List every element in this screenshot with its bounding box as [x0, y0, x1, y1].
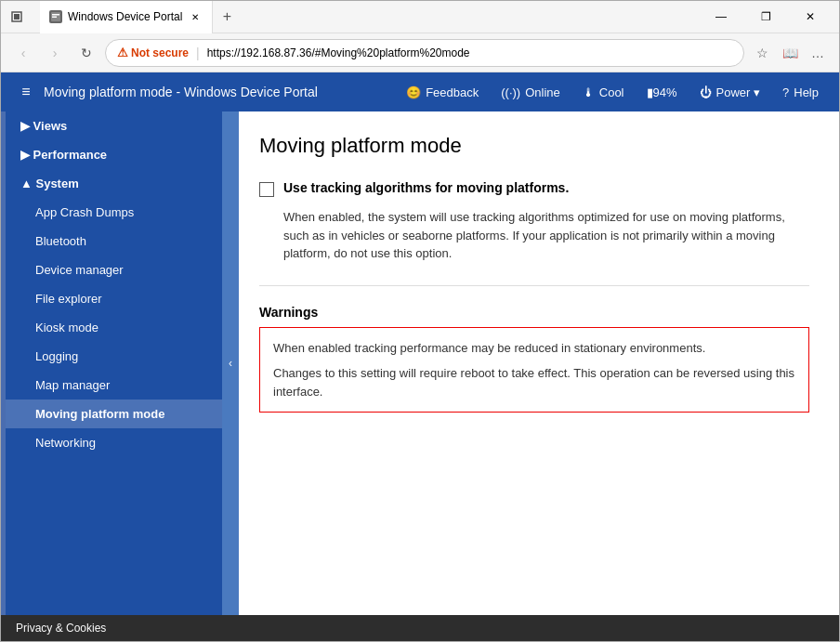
- warnings-section: Warnings When enabled tracking performan…: [259, 305, 809, 413]
- sidebar-section-views: ▶ Views: [6, 111, 222, 140]
- main-layout: ▶ Views ▶ Performance ▲ System App C: [1, 111, 839, 615]
- title-bar-left: Windows Device Portal ✕ +: [8, 1, 241, 33]
- warning-icon: ⚠: [117, 46, 128, 59]
- power-label: Power ▾: [716, 85, 760, 99]
- collapse-icon: ‹: [229, 357, 232, 370]
- sidebar-item-kiosk-mode[interactable]: Kiosk mode: [6, 313, 222, 342]
- content-divider: [259, 285, 809, 286]
- address-bar: ‹ › ↻ ⚠ Not secure | https://192.168.87.…: [1, 33, 839, 72]
- tracking-checkbox-row: Use tracking algorithms for moving platf…: [259, 180, 809, 197]
- minimize-button[interactable]: —: [700, 1, 742, 33]
- feedback-button[interactable]: 😊 Feedback: [397, 82, 488, 103]
- forward-button[interactable]: ›: [42, 40, 68, 66]
- tab-bar: Windows Device Portal ✕ +: [40, 1, 241, 33]
- title-bar-controls: — ❐ ✕: [700, 1, 832, 33]
- privacy-bar: Privacy & Cookies: [1, 615, 839, 641]
- tracking-checkbox[interactable]: [259, 182, 274, 197]
- sidebar-item-map-manager[interactable]: Map manager: [6, 371, 222, 400]
- restore-button[interactable]: ❐: [744, 1, 787, 33]
- wifi-icon: ((·)): [501, 85, 520, 99]
- feedback-label: Feedback: [426, 85, 479, 99]
- power-icon: ⏻: [700, 85, 712, 99]
- system-label: ▲ System: [20, 177, 79, 190]
- battery-label: ▮94%: [647, 85, 677, 99]
- warnings-title: Warnings: [259, 305, 809, 320]
- temp-status: 🌡 Cool: [573, 82, 634, 103]
- sidebar-collapse-button[interactable]: ‹: [222, 111, 239, 615]
- tracking-description: When enabled, the system will use tracki…: [283, 208, 809, 263]
- warning-text-2: Changes to this setting will require reb…: [273, 364, 795, 400]
- sidebar-item-logging[interactable]: Logging: [6, 342, 222, 371]
- address-url: https://192.168.87.36/#Moving%20platform…: [207, 46, 470, 59]
- sidebar-section-system: ▲ System App Crash Dumps Bluetooth Devic…: [6, 169, 222, 457]
- hamburger-menu[interactable]: ≡: [12, 78, 40, 106]
- online-label: Online: [525, 85, 560, 99]
- app-toolbar: ≡ Moving platform mode - Windows Device …: [1, 72, 839, 111]
- tab-favicon: [49, 10, 62, 23]
- sidebar-section-performance: ▶ Performance: [6, 140, 222, 169]
- temp-label: Cool: [599, 85, 624, 99]
- svg-rect-3: [52, 14, 59, 16]
- svg-rect-4: [52, 17, 57, 19]
- privacy-cookies-link[interactable]: Privacy & Cookies: [16, 622, 106, 635]
- help-button[interactable]: ? Help: [773, 82, 828, 103]
- power-button[interactable]: ⏻ Power ▾: [690, 82, 769, 103]
- not-secure-label: Not secure: [131, 46, 189, 59]
- address-divider: |: [196, 46, 200, 60]
- battery-status: ▮94%: [637, 82, 687, 103]
- browser-tab[interactable]: Windows Device Portal ✕: [40, 1, 213, 33]
- tracking-label: Use tracking algorithms for moving platf…: [283, 180, 569, 195]
- page-title: Moving platform mode: [259, 134, 809, 158]
- warnings-box: When enabled tracking performance may be…: [259, 327, 809, 413]
- sidebar-performance-header[interactable]: ▶ Performance: [6, 140, 222, 169]
- close-button[interactable]: ✕: [789, 1, 832, 33]
- reading-view-button[interactable]: 📖: [778, 41, 802, 65]
- feedback-icon: 😊: [406, 85, 421, 99]
- svg-rect-1: [14, 14, 20, 20]
- window-icon: [8, 8, 25, 25]
- new-tab-button[interactable]: +: [213, 3, 241, 31]
- not-secure-indicator: ⚠ Not secure: [117, 46, 189, 59]
- sidebar-item-app-crash-dumps[interactable]: App Crash Dumps: [6, 198, 222, 227]
- sidebar-item-device-manager[interactable]: Device manager: [6, 255, 222, 284]
- browser-menu-button[interactable]: …: [806, 41, 830, 65]
- performance-label: ▶ Performance: [20, 148, 107, 162]
- warning-text-1: When enabled tracking performance may be…: [273, 339, 795, 358]
- thermometer-icon: 🌡: [583, 85, 595, 99]
- sidebar-item-file-explorer[interactable]: File explorer: [6, 284, 222, 313]
- window-controls: [8, 8, 25, 25]
- help-label: Help: [794, 85, 819, 99]
- content-area: Moving platform mode Use tracking algori…: [230, 111, 839, 615]
- title-bar: Windows Device Portal ✕ + — ❐ ✕: [1, 1, 839, 33]
- sidebar-system-header[interactable]: ▲ System: [6, 169, 222, 198]
- address-right: ☆ 📖 …: [750, 41, 830, 65]
- help-icon: ?: [782, 85, 789, 99]
- sidebar: ▶ Views ▶ Performance ▲ System App C: [1, 111, 222, 615]
- tab-title: Windows Device Portal: [68, 10, 182, 23]
- online-status: ((·)) Online: [492, 82, 570, 103]
- favorites-button[interactable]: ☆: [750, 41, 774, 65]
- sidebar-item-moving-platform-mode[interactable]: Moving platform mode: [6, 400, 222, 428]
- sidebar-item-bluetooth[interactable]: Bluetooth: [6, 227, 222, 255]
- tab-close-btn[interactable]: ✕: [188, 9, 203, 24]
- refresh-button[interactable]: ↻: [73, 40, 99, 66]
- sidebar-views-header[interactable]: ▶ Views: [6, 111, 222, 140]
- sidebar-outer: ▶ Views ▶ Performance ▲ System App C: [1, 111, 222, 615]
- toolbar-title: Moving platform mode - Windows Device Po…: [44, 85, 382, 99]
- address-input[interactable]: ⚠ Not secure | https://192.168.87.36/#Mo…: [105, 39, 744, 67]
- back-button[interactable]: ‹: [10, 40, 36, 66]
- views-label: ▶ Views: [20, 119, 67, 133]
- sidebar-item-networking[interactable]: Networking: [6, 428, 222, 457]
